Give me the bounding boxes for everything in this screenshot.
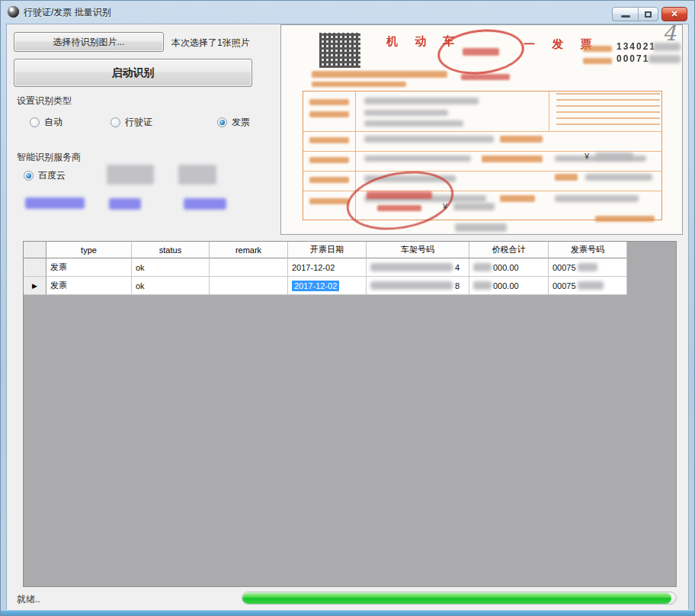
progress-bar [242, 592, 677, 605]
column-header-status[interactable]: status [132, 242, 210, 258]
column-header-date[interactable]: 开票日期 [288, 242, 367, 258]
cell-remark[interactable] [210, 277, 288, 295]
table-row-selected[interactable]: ▶ 发票 ok 2017-12-02 8 000.00 00075 [24, 277, 676, 295]
table-header-row: type status remark 开票日期 车架号码 价税合计 发票号码 [24, 242, 676, 258]
window-bottom-edge [1, 611, 694, 615]
close-icon: ✕ [671, 10, 677, 18]
selection-info-label: 本次选择了1张照片 [171, 37, 250, 50]
blurred-link[interactable] [184, 198, 226, 210]
blurred-provider-option [178, 165, 216, 184]
status-bar: 就绪.. [7, 587, 688, 610]
blurred-text-line [595, 216, 655, 222]
blurred-vin [370, 281, 453, 290]
blurred-text-line [455, 223, 507, 232]
amount-suffix: 000.00 [493, 263, 519, 272]
vin-suffix: 4 [455, 263, 460, 272]
blurred-text-line [461, 74, 510, 80]
radio-baidu-cloud-label: 百度云 [38, 169, 66, 182]
cell-type[interactable]: 发票 [46, 258, 132, 277]
invoice-code-value: 134021 [617, 41, 656, 52]
blurred-vin [370, 263, 453, 271]
cell-date-selected[interactable]: 2017-12-02 [288, 277, 367, 295]
radio-driving-license-label: 行驶证 [125, 116, 152, 129]
blurred-digits [649, 55, 681, 63]
radio-invoice-icon[interactable] [217, 117, 227, 127]
close-button[interactable]: ✕ [661, 7, 687, 21]
handwritten-note: 4 [662, 24, 676, 46]
blurred-invoice-no-suffix [578, 263, 597, 271]
blurred-text-line [312, 82, 406, 87]
progress-fill [242, 592, 671, 604]
app-window: 行驶证/发票 批量识别 ✕ 选择待识别图片... 本次选择了1张照片 启动识别 … [0, 0, 695, 616]
blurred-provider-option [107, 165, 154, 184]
table-row[interactable]: 发票 ok 2017-12-02 4 000.00 00075 [24, 258, 676, 277]
cell-status[interactable]: ok [132, 258, 210, 277]
minimize-icon [621, 15, 630, 18]
radio-driving-license-icon[interactable] [110, 117, 120, 127]
row-header-corner [24, 242, 46, 258]
row-header[interactable] [24, 258, 46, 277]
invoice-preview: 机 动 车 一 发 票 134021 00071 4 [280, 24, 683, 235]
cell-type[interactable]: 发票 [46, 277, 132, 295]
maximize-button[interactable] [638, 7, 658, 21]
blurred-invoice-no-suffix [578, 281, 604, 290]
column-header-invoice-no[interactable]: 发票号码 [549, 242, 627, 258]
blurred-amount [595, 152, 633, 160]
recognition-type-label: 设置识别类型 [17, 95, 72, 107]
radio-auto[interactable]: 自动 [30, 116, 62, 129]
blurred-label [583, 46, 612, 52]
row-header-current[interactable]: ▶ [24, 277, 46, 295]
app-icon [8, 6, 19, 18]
blurred-stamp-text [463, 48, 499, 56]
blurred-stamp-text [377, 205, 421, 211]
cell-vin[interactable]: 4 [367, 258, 469, 277]
currency-symbol: ¥ [585, 152, 589, 161]
column-header-vin[interactable]: 车架号码 [367, 242, 469, 258]
vin-suffix: 8 [455, 281, 460, 290]
blurred-amount-prefix [473, 263, 492, 271]
cell-amount[interactable]: 000.00 [469, 277, 549, 295]
blurred-text-line [312, 71, 447, 78]
results-table[interactable]: type status remark 开票日期 车架号码 价税合计 发票号码 发… [23, 241, 677, 587]
blurred-label [583, 58, 612, 64]
radio-auto-label: 自动 [44, 116, 62, 129]
cell-remark[interactable] [210, 258, 288, 277]
selected-date-value[interactable]: 2017-12-02 [292, 281, 339, 291]
radio-baidu-cloud[interactable]: 百度云 [24, 169, 66, 182]
cell-date[interactable]: 2017-12-02 [288, 258, 367, 277]
cell-invoice-no[interactable]: 00075 [549, 258, 627, 277]
radio-driving-license[interactable]: 行驶证 [110, 116, 152, 129]
current-row-arrow-icon: ▶ [32, 282, 37, 290]
minimize-button[interactable] [612, 7, 638, 21]
cell-invoice-no[interactable]: 00075 [549, 277, 627, 295]
invoice-number-value: 00071 [617, 53, 649, 64]
amount-suffix: 000.00 [493, 281, 519, 290]
maximize-icon [645, 11, 652, 18]
blurred-link[interactable] [109, 198, 141, 210]
radio-baidu-cloud-icon[interactable] [24, 171, 34, 181]
cell-status[interactable]: ok [132, 277, 210, 295]
blurred-link[interactable] [25, 197, 85, 209]
column-header-remark[interactable]: remark [210, 242, 288, 258]
status-text: 就绪.. [17, 593, 40, 606]
blurred-amount [453, 203, 495, 210]
blurred-password-area [556, 93, 660, 130]
column-header-amount[interactable]: 价税合计 [469, 242, 549, 258]
provider-group-label: 智能识别服务商 [17, 151, 81, 164]
blurred-amount-prefix [473, 281, 492, 290]
select-images-button[interactable]: 选择待识别图片... [14, 32, 164, 52]
radio-invoice[interactable]: 发票 [217, 116, 250, 129]
invoice-no-prefix: 00075 [552, 281, 576, 290]
cell-amount[interactable]: 000.00 [469, 258, 549, 277]
radio-invoice-label: 发票 [232, 116, 250, 129]
column-header-type[interactable]: type [46, 242, 132, 258]
title-bar[interactable]: 行驶证/发票 批量识别 ✕ [1, 1, 694, 24]
start-recognition-button[interactable]: 启动识别 [14, 59, 252, 87]
client-area: 选择待识别图片... 本次选择了1张照片 启动识别 设置识别类型 自动 行驶证 … [6, 24, 689, 609]
radio-auto-icon[interactable] [30, 117, 40, 127]
currency-symbol: ¥ [443, 202, 447, 211]
cell-vin[interactable]: 8 [367, 277, 469, 295]
invoice-no-prefix: 00075 [552, 263, 576, 272]
qr-code [319, 33, 360, 68]
window-title: 行驶证/发票 批量识别 [24, 6, 111, 19]
